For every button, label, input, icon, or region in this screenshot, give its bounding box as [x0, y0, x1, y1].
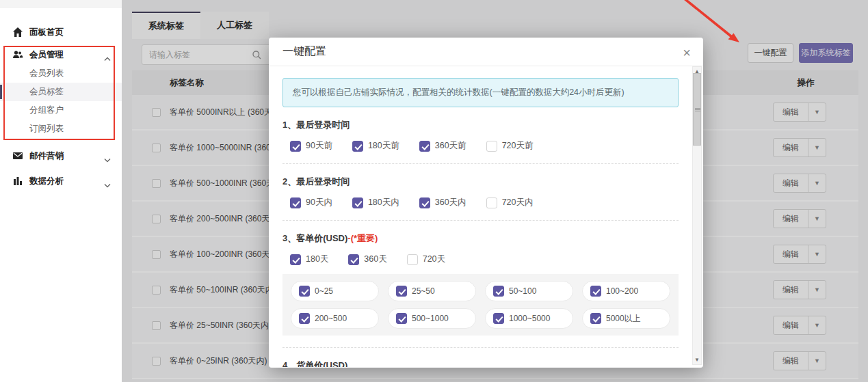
section-divider [282, 163, 679, 164]
edit-button[interactable]: 编辑▼ [773, 245, 826, 264]
row-checkbox[interactable] [152, 108, 161, 117]
edit-button[interactable]: 编辑▼ [773, 316, 826, 335]
sidebar-item-members[interactable]: 会员管理 [0, 45, 122, 64]
add-system-tag-button[interactable]: 添加系统标签 [799, 43, 853, 63]
checkbox[interactable] [396, 313, 407, 324]
option-group: 90天内 180天内 360天内 720天内 [290, 197, 692, 208]
checkbox[interactable] [486, 141, 497, 152]
checkbox[interactable] [493, 286, 504, 297]
caret-down-icon[interactable]: ▼ [808, 352, 826, 370]
checkbox-option[interactable]: 360天前 [419, 140, 466, 152]
checkbox-label: 720天前 [502, 140, 534, 152]
sidebar-subitem-label: 会员列表 [29, 68, 64, 79]
sidebar-item-data-analysis[interactable]: 数据分析 [0, 172, 122, 191]
sidebar-subitem-grouped-customers[interactable]: 分组客户 [0, 101, 122, 120]
close-icon[interactable]: × [680, 43, 694, 62]
caret-down-icon[interactable]: ▼ [808, 174, 826, 192]
checkbox[interactable] [352, 141, 363, 152]
edit-button[interactable]: 编辑▼ [773, 103, 826, 122]
checkbox[interactable] [352, 197, 363, 208]
checkbox[interactable] [290, 197, 301, 208]
caret-down-icon[interactable]: ▼ [808, 103, 826, 121]
checkbox-label: 360天 [364, 254, 386, 265]
tab-system-tags[interactable]: 系统标签 [132, 12, 200, 39]
edit-button[interactable]: 编辑▼ [773, 280, 826, 299]
price-range-option[interactable]: 1000~5000 [485, 308, 573, 329]
checkbox-option[interactable]: 360天 [348, 254, 386, 265]
scrollbar-thumb[interactable] [693, 73, 701, 146]
tab-manual-tags[interactable]: 人工标签 [200, 12, 269, 39]
price-range-option[interactable]: 50~100 [485, 281, 573, 301]
row-checkbox[interactable] [152, 144, 161, 152]
section-title: 3、客单价(USD)-(*重要) [282, 232, 692, 245]
checkbox[interactable] [396, 286, 407, 297]
home-icon [12, 27, 23, 38]
sidebar-subitem-label: 会员标签 [29, 86, 64, 98]
caret-down-icon[interactable]: ▼ [808, 281, 826, 299]
one-click-config-button[interactable]: 一键配置 [748, 43, 793, 63]
checkbox[interactable] [590, 313, 601, 324]
checkbox-option[interactable]: 180天前 [352, 140, 399, 152]
price-range-option[interactable]: 200~500 [291, 308, 379, 329]
checkbox-option[interactable]: 90天内 [290, 197, 332, 208]
checkbox[interactable] [419, 141, 430, 152]
checkbox[interactable] [290, 141, 301, 152]
checkbox-option[interactable]: 720天内 [486, 197, 534, 208]
section-divider [282, 347, 679, 348]
caret-down-icon[interactable]: ▼ [808, 139, 826, 156]
checkbox[interactable] [290, 254, 301, 265]
checkbox[interactable] [407, 254, 418, 265]
sidebar-subitem-member-list[interactable]: 会员列表 [0, 64, 122, 83]
sidebar-item-dashboard[interactable]: 面板首页 [0, 23, 122, 42]
scroll-down-arrow-icon[interactable]: ▼ [693, 355, 701, 364]
dialog-scrollbar[interactable]: ▲ ▼ [692, 66, 702, 365]
checkbox[interactable] [493, 313, 504, 324]
checkbox[interactable] [419, 197, 430, 208]
price-range-panel: 0~25 25~50 50~100 100~200 200~500 500~10… [282, 274, 679, 336]
price-range-option[interactable]: 100~200 [582, 281, 670, 301]
checkbox-option[interactable]: 720天前 [486, 140, 534, 152]
search-input[interactable] [142, 50, 250, 59]
pill-label: 500~1000 [412, 314, 449, 323]
sidebar-subitem-member-tags[interactable]: 会员标签 [0, 83, 122, 101]
edit-button-label: 编辑 [774, 281, 808, 299]
row-checkbox[interactable] [152, 286, 161, 295]
checkbox-label: 360天内 [435, 197, 466, 208]
section-divider [282, 220, 679, 221]
sidebar-subitem-subscription-list[interactable]: 订阅列表 [0, 120, 122, 138]
price-range-option[interactable]: 500~1000 [388, 308, 476, 329]
row-checkbox[interactable] [152, 357, 161, 366]
price-range-option[interactable]: 25~50 [388, 281, 476, 301]
checkbox-option[interactable]: 90天前 [290, 140, 332, 152]
checkbox-label: 180天前 [368, 140, 399, 152]
edit-button[interactable]: 编辑▼ [773, 209, 826, 228]
checkbox[interactable] [486, 197, 497, 208]
caret-down-icon[interactable]: ▼ [808, 316, 826, 334]
checkbox[interactable] [299, 286, 310, 297]
edit-button-label: 编辑 [774, 210, 808, 228]
checkbox[interactable] [348, 254, 359, 265]
caret-down-icon[interactable]: ▼ [808, 210, 826, 228]
checkbox-option[interactable]: 720天 [407, 254, 445, 265]
checkbox-option[interactable]: 180天 [290, 254, 328, 265]
edit-button[interactable]: 编辑▼ [773, 351, 826, 370]
sidebar-subitem-label: 分组客户 [29, 105, 64, 116]
checkbox[interactable] [299, 313, 310, 324]
button-label: 添加系统标签 [802, 47, 851, 59]
chevron-down-icon [104, 178, 111, 191]
checkbox[interactable] [590, 286, 601, 297]
price-range-option[interactable]: 5000以上 [582, 308, 670, 329]
search-icon[interactable] [252, 50, 262, 60]
row-checkbox[interactable] [152, 215, 161, 223]
row-checkbox[interactable] [152, 250, 161, 259]
edit-button[interactable]: 编辑▼ [773, 138, 826, 157]
checkbox-label: 720天内 [502, 197, 534, 208]
sidebar-item-email-marketing[interactable]: 邮件营销 [0, 146, 122, 165]
price-range-option[interactable]: 0~25 [291, 281, 379, 301]
edit-button[interactable]: 编辑▼ [773, 174, 826, 193]
caret-down-icon[interactable]: ▼ [808, 245, 826, 263]
checkbox-option[interactable]: 360天内 [419, 197, 466, 208]
row-checkbox[interactable] [152, 321, 161, 330]
row-checkbox[interactable] [152, 179, 161, 188]
checkbox-option[interactable]: 180天内 [352, 197, 399, 208]
